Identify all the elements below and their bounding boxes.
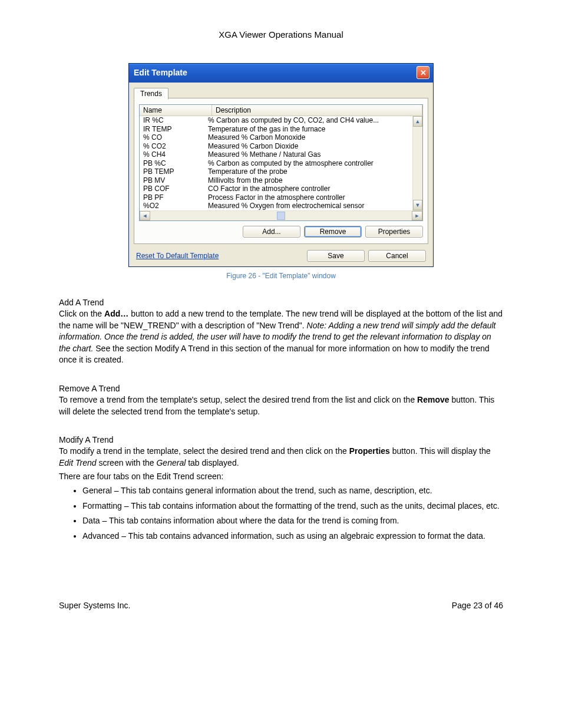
list-row[interactable]: PB TEMPTemperature of the probe xyxy=(140,167,413,176)
tab-panel: Trends Name Description IR %C% Carbon as… xyxy=(134,98,428,244)
text-bold: Add… xyxy=(104,309,128,318)
section-remove-paragraph: To remove a trend from the template's se… xyxy=(59,394,503,417)
text-italic: Edit Trend xyxy=(59,458,97,467)
cell-description: Process Factor in the atmosphere control… xyxy=(208,193,409,202)
cell-name: IR TEMP xyxy=(143,125,208,134)
text: See the section Modify A Trend in this s… xyxy=(59,344,490,365)
figure-caption: Figure 26 - "Edit Template" window xyxy=(59,272,503,280)
cell-name: IR %C xyxy=(143,116,208,125)
cell-description: % Carbon as computed by CO, CO2, and CH4… xyxy=(208,116,409,125)
cancel-button[interactable]: Cancel xyxy=(368,250,426,262)
chevron-up-icon: ▲ xyxy=(415,118,421,124)
page-footer: Super Systems Inc. Page 23 of 46 xyxy=(59,601,503,610)
list-header: Name Description xyxy=(140,105,422,116)
list-row[interactable]: %O2Measured % Oxygen from electrochemica… xyxy=(140,202,413,210)
cell-name: PB COF xyxy=(143,185,208,193)
cell-name: % CH4 xyxy=(143,150,208,159)
list-row[interactable]: IR %C% Carbon as computed by CO, CO2, an… xyxy=(140,116,413,125)
window-titlebar: Edit Template ✕ xyxy=(129,64,433,83)
list-row[interactable]: PB COFCO Factor in the atmosphere contro… xyxy=(140,185,413,193)
chevron-down-icon: ▼ xyxy=(415,202,421,208)
column-header-name[interactable]: Name xyxy=(140,105,212,116)
vertical-scrollbar[interactable]: ▲ ▼ xyxy=(412,116,422,210)
cell-name: % CO xyxy=(143,133,208,142)
text-italic: General xyxy=(156,458,186,467)
cell-name: PB MV xyxy=(143,176,208,185)
cell-name: %O2 xyxy=(143,202,208,210)
document-title: XGA Viewer Operations Manual xyxy=(59,29,503,39)
list-item: Data – This tab contains information abo… xyxy=(82,515,503,527)
list-row[interactable]: IR TEMPTemperature of the gas in the fur… xyxy=(140,125,413,134)
tab-trends[interactable]: Trends xyxy=(134,88,168,100)
text-bold: Remove xyxy=(417,395,449,404)
cell-name: PB PF xyxy=(143,193,208,202)
column-header-description[interactable]: Description xyxy=(212,105,422,116)
scroll-right-button[interactable]: ► xyxy=(412,211,422,220)
cell-name: % CO2 xyxy=(143,142,208,151)
text-bold: Properties xyxy=(349,446,390,456)
footer-page-number: Page 23 of 46 xyxy=(452,601,503,610)
cell-description: Millivolts from the probe xyxy=(208,176,409,185)
section-add-paragraph: Click on the Add… button to add a new tr… xyxy=(59,308,503,366)
text: tab displayed. xyxy=(186,458,239,467)
reset-template-link[interactable]: Reset To Default Template xyxy=(136,252,219,260)
list-row[interactable]: % CH4Measured % Methane / Natural Gas xyxy=(140,150,413,159)
horizontal-scrollbar[interactable]: ◄ ► xyxy=(140,210,422,220)
add-button[interactable]: Add... xyxy=(243,226,300,238)
scroll-left-button[interactable]: ◄ xyxy=(140,211,150,220)
window-bottom-row: Reset To Default Template Save Cancel xyxy=(134,250,428,262)
section-remove-title: Remove A Trend xyxy=(59,384,503,393)
list-row[interactable]: % CO2Measured % Carbon Dioxide xyxy=(140,142,413,151)
cell-name: PB %C xyxy=(143,159,208,168)
scroll-up-button[interactable]: ▲ xyxy=(413,116,422,127)
text: screen with the xyxy=(97,458,157,467)
hscroll-thumb[interactable] xyxy=(277,212,285,220)
text: To remove a trend from the template's se… xyxy=(59,395,417,404)
save-button[interactable]: Save xyxy=(307,250,365,262)
list-item: Formatting – This tab contains informati… xyxy=(82,500,503,512)
trends-listview[interactable]: Name Description IR %C% Carbon as comput… xyxy=(139,104,423,221)
cell-name: PB TEMP xyxy=(143,167,208,176)
list-item: Advanced – This tab contains advanced in… xyxy=(82,531,503,542)
section-add-title: Add A Trend xyxy=(59,298,503,307)
cell-description: Measured % Carbon Monoxide xyxy=(208,133,409,142)
scroll-track[interactable] xyxy=(413,127,422,200)
cell-description: Temperature of the probe xyxy=(208,167,409,176)
properties-button[interactable]: Properties xyxy=(365,226,423,238)
cell-description: Measured % Oxygen from electrochemical s… xyxy=(208,202,409,210)
chevron-left-icon: ◄ xyxy=(143,213,148,219)
text: button. This will display the xyxy=(390,446,491,456)
text: To modify a trend in the template, selec… xyxy=(59,446,349,456)
list-body: IR %C% Carbon as computed by CO, CO2, an… xyxy=(140,116,422,210)
cell-description: CO Factor in the atmosphere controller xyxy=(208,185,409,193)
remove-button[interactable]: Remove xyxy=(304,226,362,238)
section-modify-paragraph-1: To modify a trend in the template, selec… xyxy=(59,446,503,469)
scroll-down-button[interactable]: ▼ xyxy=(413,200,422,210)
close-icon: ✕ xyxy=(420,69,427,77)
text: Click on the xyxy=(59,309,104,318)
cell-description: Measured % Carbon Dioxide xyxy=(208,142,409,151)
list-button-row: Add... Remove Properties xyxy=(139,226,423,238)
list-row[interactable]: % COMeasured % Carbon Monoxide xyxy=(140,133,413,142)
section-modify-title: Modify A Trend xyxy=(59,435,503,444)
list-row[interactable]: PB %C% Carbon as computed by the atmosph… xyxy=(140,159,413,168)
chevron-right-icon: ► xyxy=(415,213,420,219)
edit-template-window: Edit Template ✕ Trends Name Description … xyxy=(128,63,434,267)
footer-company: Super Systems Inc. xyxy=(59,601,130,610)
section-modify-paragraph-2: There are four tabs on the Edit Trend sc… xyxy=(59,471,503,483)
modify-tabs-list: General – This tab contains general info… xyxy=(82,485,503,542)
figure-container: Edit Template ✕ Trends Name Description … xyxy=(59,63,503,267)
cell-description: Temperature of the gas in the furnace xyxy=(208,125,409,134)
hscroll-track[interactable] xyxy=(150,211,412,220)
list-item: General – This tab contains general info… xyxy=(82,485,503,497)
window-title: Edit Template xyxy=(134,68,187,77)
cell-description: % Carbon as computed by the atmosphere c… xyxy=(208,159,409,168)
window-body: Trends Name Description IR %C% Carbon as… xyxy=(129,83,433,266)
cell-description: Measured % Methane / Natural Gas xyxy=(208,150,409,159)
list-row[interactable]: PB PFProcess Factor in the atmosphere co… xyxy=(140,193,413,202)
list-row[interactable]: PB MVMillivolts from the probe xyxy=(140,176,413,185)
close-button[interactable]: ✕ xyxy=(416,66,429,79)
